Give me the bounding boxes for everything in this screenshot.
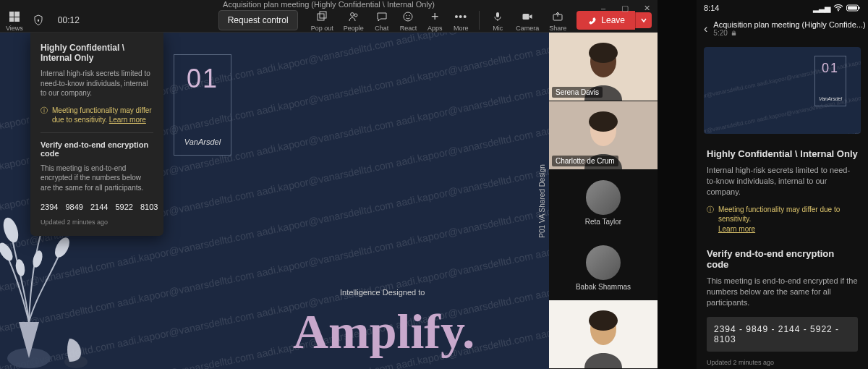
learn-more-link[interactable]: Learn more	[109, 116, 146, 124]
svg-point-26	[838, 10, 839, 12]
battery-icon	[846, 4, 861, 12]
participants-panel: Serena Davis Charlotte de CrumReta Taylo…	[549, 33, 658, 369]
chat-icon	[376, 11, 388, 22]
grid-icon	[9, 12, 20, 22]
ellipsis-icon: •••	[453, 9, 469, 25]
mobile-presentation[interactable]: aadi.kapoor@vanarsdelltd.com aadi.kapoor…	[704, 47, 861, 134]
phone-icon	[587, 15, 597, 25]
participant-avatar-tile[interactable]: Reta Taylor	[549, 170, 658, 235]
mobile-verify-body: This meeting is end-to-end encrypted if …	[707, 276, 858, 308]
share-icon	[552, 11, 563, 22]
camera-icon	[522, 11, 533, 22]
chevron-down-icon	[640, 17, 647, 24]
slide-side-label: P01 VA Shared Design	[538, 164, 546, 238]
mobile-learn-more-link[interactable]: Learn more	[718, 225, 755, 233]
brand-label: VanArsdel	[184, 137, 221, 146]
warning-icon: ⓘ	[41, 106, 48, 125]
more-button[interactable]: ••• More	[453, 9, 469, 32]
people-button[interactable]: People	[344, 9, 364, 32]
participant-name: Serena Davis	[552, 87, 603, 98]
titlebar: Acquisition plan meeting (Highly Confide…	[0, 0, 658, 9]
sensitivity-panel: Highly Confidential \ Internal Only Inte…	[30, 33, 163, 236]
popout-button[interactable]: Pop out	[311, 9, 333, 32]
mobile-sensitivity-title: Highly Confidential \ Internal Only	[707, 148, 858, 159]
svg-rect-29	[859, 7, 860, 9]
toolbar: Views 00:12 Request control Pop out Peop…	[0, 9, 658, 33]
svg-point-25	[589, 310, 618, 331]
updated-timestamp: Updated 2 minutes ago	[41, 219, 153, 226]
svg-point-19	[31, 250, 44, 268]
svg-rect-30	[732, 33, 736, 35]
popout-icon	[316, 11, 328, 22]
svg-rect-28	[848, 7, 857, 10]
svg-rect-8	[496, 12, 499, 17]
minimize-button[interactable]: –	[592, 0, 614, 16]
participant-avatar-tile[interactable]: Babak Shammas	[549, 235, 658, 300]
mic-button[interactable]: Mic	[490, 9, 506, 32]
apps-button[interactable]: + Apps	[427, 9, 443, 32]
mobile-codes: 2394 - 9849 - 2144 - 5922 - 8103	[707, 317, 858, 352]
sensitivity-title: Highly Confidential \ Internal Only	[41, 43, 153, 63]
svg-point-6	[407, 15, 407, 16]
svg-point-14	[1, 216, 21, 245]
svg-point-3	[350, 13, 354, 17]
participant-video-tile[interactable]: Serena Davis	[549, 33, 658, 101]
slide-number: 01	[187, 64, 218, 94]
svg-point-23	[589, 111, 618, 132]
svg-rect-10	[523, 14, 529, 20]
back-button[interactable]: ‹	[704, 22, 707, 35]
mobile-clock: 8:14	[704, 4, 719, 12]
share-button[interactable]: Share	[549, 9, 566, 32]
mic-icon	[492, 11, 503, 22]
mobile-status-bar: 8:14 ▂▃▅	[697, 0, 868, 16]
close-button[interactable]: ✕	[636, 0, 658, 16]
mobile-view: 8:14 ▂▃▅ ‹ Acquisition plan meeting (Hig…	[697, 0, 868, 369]
participant-video-tile[interactable]: Charlotte de Crum	[549, 101, 658, 169]
svg-rect-2	[320, 12, 326, 18]
svg-point-16	[52, 235, 72, 260]
participant-name: Charlotte de Crum	[552, 156, 618, 166]
svg-point-5	[404, 12, 412, 21]
participant-name: Reta Taylor	[585, 218, 621, 226]
tagline-main: Amplify.	[293, 303, 475, 360]
verify-body: This meeting is end-to-end encrypted if …	[41, 164, 153, 193]
warning-icon: ⓘ	[707, 205, 714, 234]
avatar	[586, 245, 621, 280]
svg-point-21	[589, 43, 618, 63]
verify-title: Verify end-to-end encryption code	[41, 140, 153, 158]
request-control-button[interactable]: Request control	[218, 10, 298, 30]
avatar	[586, 180, 621, 215]
shield-icon	[30, 12, 46, 28]
maximize-button[interactable]: ▢	[614, 0, 636, 16]
meeting-timer: 00:12	[58, 15, 80, 25]
tagline-lead: Intelligence Designed to	[340, 288, 425, 297]
mobile-updated: Updated 2 minutes ago	[707, 359, 858, 366]
participant-name: Babak Shammas	[576, 283, 631, 291]
participant-video-tile[interactable]	[549, 300, 658, 368]
slide-number-box: 01 VanArsdel	[174, 54, 231, 156]
wifi-icon	[833, 4, 843, 12]
encryption-codes: 2394 9849 2144 5922 8103	[41, 203, 153, 211]
camera-button[interactable]: Camera	[516, 9, 539, 32]
svg-rect-1	[318, 14, 324, 20]
mobile-meeting-title: Acquisition plan meeting (Highly Confide…	[713, 20, 865, 29]
react-button[interactable]: React	[400, 9, 417, 32]
mobile-sensitivity-body: Internal high-risk secrets limited to ne…	[707, 165, 858, 198]
shared-presentation[interactable]: aadi.kapoor@vanarsdelltd.com aadi.kapoor…	[0, 33, 549, 369]
window-title: Acquisition plan meeting (Highly Confide…	[223, 0, 435, 9]
signal-icon: ▂▃▅	[813, 4, 830, 13]
sensitivity-body: Internal high-risk secrets limited to ne…	[41, 69, 153, 98]
people-icon	[348, 11, 359, 22]
mobile-verify-title: Verify end-to-end encryption code	[707, 248, 858, 270]
plus-icon: +	[427, 9, 443, 25]
lock-icon	[731, 30, 737, 36]
views-button[interactable]: Views	[6, 9, 23, 32]
svg-point-4	[354, 14, 357, 17]
svg-point-7	[409, 15, 410, 16]
react-icon	[402, 11, 414, 22]
chat-button[interactable]: Chat	[374, 9, 390, 32]
svg-point-18	[14, 258, 26, 277]
mobile-duration: 5:20	[713, 29, 727, 37]
